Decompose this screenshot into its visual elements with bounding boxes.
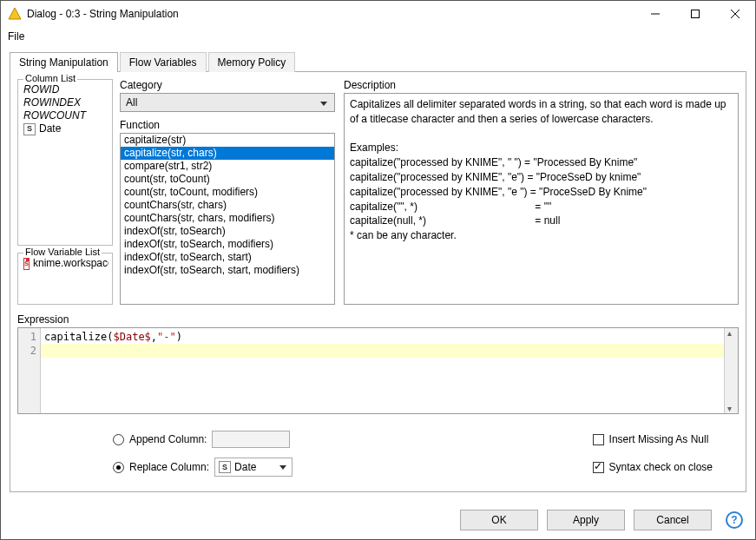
replace-column-value: Date bbox=[234, 461, 256, 473]
options-row: Append Column: Replace Column: S Date In… bbox=[113, 430, 739, 477]
description-label: Description bbox=[344, 79, 739, 91]
flow-variable-list-legend: Flow Variable List bbox=[23, 247, 102, 257]
column-list-panel: Column List ROWID ROWINDEX ROWCOUNT S Da… bbox=[17, 79, 113, 246]
maximize-button[interactable] bbox=[675, 1, 715, 27]
category-selected: All bbox=[126, 96, 137, 109]
titlebar: Dialog - 0:3 - String Manipulation bbox=[1, 1, 755, 27]
svg-marker-0 bbox=[9, 8, 21, 19]
expression-gutter: 1 2 bbox=[18, 328, 41, 413]
function-item[interactable]: countChars(str, chars) bbox=[121, 199, 334, 212]
menu-file[interactable]: File bbox=[8, 30, 24, 43]
app-icon bbox=[8, 7, 22, 21]
tab-flow-variables[interactable]: Flow Variables bbox=[120, 52, 207, 72]
function-item[interactable]: indexOf(str, toSearch, start) bbox=[121, 251, 334, 264]
insert-missing-row[interactable]: Insert Missing As Null bbox=[593, 430, 713, 449]
maximize-icon bbox=[691, 10, 700, 18]
example-5: capitalize(null, *) = null bbox=[350, 214, 733, 228]
syntax-check-row[interactable]: Syntax check on close bbox=[593, 458, 713, 477]
examples-label: Examples: bbox=[350, 141, 733, 155]
tabs: String Manipulation Flow Variables Memor… bbox=[10, 51, 746, 72]
append-column-radio[interactable] bbox=[113, 434, 124, 445]
syntax-check-checkbox[interactable] bbox=[593, 462, 604, 473]
function-item[interactable]: countChars(str, chars, modifiers) bbox=[121, 212, 334, 225]
syntax-check-label: Syntax check on close bbox=[609, 461, 713, 473]
function-list[interactable]: capitalize(str)capitalize(str, chars)com… bbox=[120, 133, 335, 305]
expression-code[interactable]: capitalize($Date$,"-") bbox=[41, 328, 724, 413]
expression-scrollbar[interactable] bbox=[724, 328, 738, 413]
append-column-row[interactable]: Append Column: bbox=[113, 430, 293, 449]
replace-column-label: Replace Column: bbox=[129, 461, 209, 473]
function-item[interactable]: indexOf(str, toSearch, start, modifiers) bbox=[121, 264, 334, 277]
flow-variable-list-panel: Flow Variable List s knime.workspace bbox=[17, 253, 113, 305]
menubar: File bbox=[1, 27, 755, 46]
expression-section: Expression 1 2 capitalize($Date$,"-") bbox=[17, 313, 739, 414]
ok-button[interactable]: OK bbox=[460, 510, 538, 530]
tab-body: Column List ROWID ROWINDEX ROWCOUNT S Da… bbox=[10, 72, 746, 492]
description-column: Description Capitalizes all delimiter se… bbox=[344, 79, 739, 305]
replace-column-radio[interactable] bbox=[113, 462, 124, 473]
example-2: capitalize("processed by KNIME", "e") = … bbox=[350, 170, 733, 185]
column-output-options: Append Column: Replace Column: S Date bbox=[113, 430, 293, 477]
expression-label: Expression bbox=[17, 313, 739, 326]
append-column-input bbox=[212, 431, 290, 448]
description-note: * can be any character. bbox=[350, 228, 733, 243]
replace-column-combo[interactable]: S Date bbox=[214, 458, 293, 477]
column-rowcount[interactable]: ROWCOUNT bbox=[22, 109, 108, 122]
expression-line-1: capitalize($Date$,"-") bbox=[44, 330, 720, 344]
expression-editor[interactable]: 1 2 capitalize($Date$,"-") bbox=[17, 327, 739, 414]
replace-column-row[interactable]: Replace Column: S Date bbox=[113, 458, 293, 477]
svg-rect-2 bbox=[692, 10, 700, 18]
function-item[interactable]: indexOf(str, toSearch) bbox=[121, 225, 334, 238]
tab-string-manipulation[interactable]: String Manipulation bbox=[10, 52, 118, 72]
minimize-button[interactable] bbox=[635, 1, 675, 27]
column-date[interactable]: S Date bbox=[22, 122, 108, 135]
cancel-button[interactable]: Cancel bbox=[634, 510, 712, 530]
function-item[interactable]: count(str, toCount) bbox=[121, 173, 334, 186]
example-1: capitalize("processed by KNIME", " ") = … bbox=[350, 155, 733, 170]
function-label: Function bbox=[120, 119, 335, 131]
close-button[interactable] bbox=[715, 1, 755, 27]
apply-button[interactable]: Apply bbox=[547, 510, 625, 530]
minimize-icon bbox=[651, 10, 660, 18]
left-column: Column List ROWID ROWINDEX ROWCOUNT S Da… bbox=[17, 79, 113, 305]
description-paragraph: Capitalizes all delimiter separated word… bbox=[350, 97, 733, 127]
function-item[interactable]: count(str, toCount, modifiers) bbox=[121, 186, 334, 199]
window-title: Dialog - 0:3 - String Manipulation bbox=[27, 8, 635, 20]
string-type-icon: S bbox=[23, 123, 36, 135]
close-icon bbox=[731, 10, 740, 18]
column-rowindex[interactable]: ROWINDEX bbox=[22, 96, 108, 109]
example-4: capitalize("", *) = "" bbox=[350, 200, 733, 214]
flow-var-label: knime.workspace bbox=[33, 257, 108, 270]
insert-missing-label: Insert Missing As Null bbox=[609, 433, 709, 445]
right-column: Category All Function capitalize(str)cap… bbox=[120, 79, 739, 305]
function-item[interactable]: compare(str1, str2) bbox=[121, 160, 334, 173]
string-type-icon: S bbox=[219, 461, 231, 473]
dialog-window: Dialog - 0:3 - String Manipulation File … bbox=[0, 0, 756, 540]
column-date-label: Date bbox=[39, 122, 61, 135]
window-controls bbox=[635, 1, 755, 27]
button-bar: OK Apply Cancel ? bbox=[1, 501, 755, 539]
category-function-column: Category All Function capitalize(str)cap… bbox=[120, 79, 335, 305]
function-item[interactable]: indexOf(str, toSearch, modifiers) bbox=[121, 238, 334, 251]
help-button[interactable]: ? bbox=[726, 511, 743, 529]
flow-var-icon: s bbox=[23, 258, 30, 270]
upper-panels: Column List ROWID ROWINDEX ROWCOUNT S Da… bbox=[17, 79, 739, 305]
function-item[interactable]: capitalize(str, chars) bbox=[121, 147, 334, 160]
category-function-description-row: Category All Function capitalize(str)cap… bbox=[120, 79, 739, 305]
expression-current-line-highlight bbox=[41, 344, 724, 358]
append-column-label: Append Column: bbox=[129, 433, 207, 445]
description-box[interactable]: Capitalizes all delimiter separated word… bbox=[344, 93, 739, 305]
column-list-body[interactable]: ROWID ROWINDEX ROWCOUNT S Date bbox=[22, 83, 108, 231]
function-item[interactable]: capitalize(str) bbox=[121, 134, 334, 147]
flow-variable-list-body[interactable]: s knime.workspace bbox=[22, 257, 108, 300]
category-dropdown[interactable]: All bbox=[120, 93, 335, 112]
column-list-legend: Column List bbox=[23, 73, 77, 83]
flow-var-knime-workspace[interactable]: s knime.workspace bbox=[22, 257, 108, 270]
misc-options: Insert Missing As Null Syntax check on c… bbox=[593, 430, 713, 477]
insert-missing-checkbox[interactable] bbox=[593, 434, 604, 445]
tab-memory-policy[interactable]: Memory Policy bbox=[208, 52, 296, 72]
column-rowid[interactable]: ROWID bbox=[22, 83, 108, 96]
example-3: capitalize("processed by KNIME", "e ") =… bbox=[350, 185, 733, 200]
category-label: Category bbox=[120, 79, 335, 91]
